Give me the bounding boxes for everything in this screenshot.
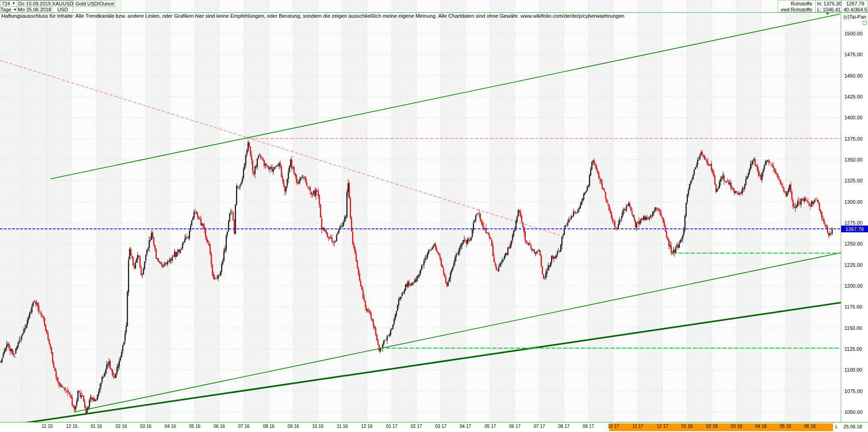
chevron-down-icon: ▼: [13, 8, 17, 12]
currency-cell: USD: [52, 6, 73, 12]
month-band: [0, 0, 47, 422]
price-axis-tick: 1225.00: [844, 262, 863, 268]
date-axis-tick: 01 16: [90, 424, 102, 429]
disclaimer-text: Haftungsausschluss für Inhalte: Alle Tre…: [1, 13, 625, 19]
date-axis-tick: 05 18: [779, 424, 791, 429]
month-band: [72, 0, 96, 422]
date-axis-tick: 02 18: [706, 424, 717, 429]
legend-toggle-icon[interactable]: [863, 21, 867, 25]
symbol-cell: XAUUSD: [52, 0, 73, 6]
date-axis-tick: 11 16: [337, 424, 348, 429]
month-band: [146, 0, 170, 422]
month-band: [662, 0, 687, 422]
bars-count-dropdown[interactable]: 724▼: [0, 0, 17, 6]
session-low-marker: L: [835, 424, 838, 429]
month-band: [219, 0, 244, 422]
month-band: [96, 0, 121, 422]
date-from-value: Do 10.09.2015: [18, 1, 51, 6]
date-axis-tick: 02 17: [410, 424, 422, 429]
price-axis-tick: 1450.00: [844, 73, 863, 79]
date-axis-tick: 06 17: [509, 424, 520, 429]
chart-settings-header: 724▼ Do 10.09.2015 XAUUSD Tage▼ Mo 25.06…: [0, 0, 73, 13]
month-band: [465, 0, 490, 422]
price-axis-tick: 1250.00: [844, 241, 863, 246]
date-axis-tick: 10 17: [607, 424, 619, 429]
date-axis-tick: 11 17: [632, 424, 643, 429]
date-axis-tick: 12 15: [66, 424, 77, 429]
price-axis-tick: 1125.00: [844, 346, 862, 352]
date-axis-tick: 09 17: [582, 424, 594, 429]
low-value: L: 1046.41: [817, 6, 841, 12]
symbol-value: XAUUSD: [52, 1, 73, 6]
price-axis-tick: 1175.00: [844, 304, 862, 309]
price-axis-tick: 1425.00: [844, 94, 863, 99]
price-axis-tick: 1200.00: [844, 283, 863, 289]
month-band: [588, 0, 613, 422]
price-axis-tick: 1075.00: [844, 388, 863, 394]
date-axis-tick: 04 16: [164, 424, 176, 429]
instrument-name-label: Gold USD/Ounce: [73, 0, 115, 7]
period-mode-value: Tage: [0, 7, 11, 12]
date-axis-tick: 07 16: [238, 424, 249, 429]
category-label: Rohstoffe: [791, 0, 812, 6]
price-axis-tick: 1050.00: [844, 409, 863, 415]
divider: [815, 0, 816, 13]
date-axis[interactable]: L 25.06.18 11 1512 1501 1602 1603 1604 1…: [0, 422, 868, 432]
month-band: [736, 0, 761, 422]
date-axis-tick: 05 17: [484, 424, 496, 429]
month-band: [810, 0, 841, 422]
provider-label: vwd Rohstoffe: [780, 6, 812, 12]
date-axis-tick: 01 17: [386, 424, 397, 429]
price-chart-canvas[interactable]: [0, 0, 868, 432]
last-price-badge: 1267.79: [841, 226, 868, 232]
month-band: [269, 0, 293, 422]
price-axis[interactable]: 1500.001475.001450.001425.001400.001375.…: [841, 12, 868, 422]
date-axis-tick: 03 17: [435, 424, 446, 429]
currency-value: USD: [57, 7, 68, 12]
bars-count-value: 724: [2, 1, 10, 6]
date-axis-tick: 06 16: [213, 424, 225, 429]
price-axis-tick: 1400.00: [844, 115, 863, 120]
price-axis-tick: 1275.00: [844, 220, 863, 226]
month-band: [761, 0, 785, 422]
month-band: [785, 0, 810, 422]
month-band: [367, 0, 392, 422]
price-axis-tick: 1100.00: [844, 367, 862, 373]
price-axis-tick: 1325.00: [844, 178, 863, 183]
date-axis-tick: 03 16: [140, 424, 151, 429]
month-band: [687, 0, 712, 422]
date-axis-tick: 03 18: [730, 424, 742, 429]
price-axis-tick: 1500.00: [844, 31, 863, 36]
month-band: [244, 0, 269, 422]
instrument-name: Gold USD/Ounce: [75, 1, 114, 6]
last-date-label: 25.06.18: [843, 424, 862, 429]
month-band: [195, 0, 219, 422]
date-axis-tick: 02 16: [115, 424, 127, 429]
period-mode-dropdown[interactable]: Tage▼: [0, 6, 17, 12]
date-axis-tick: 10 16: [312, 424, 323, 429]
month-band: [170, 0, 195, 422]
month-band: [712, 0, 736, 422]
date-axis-tick: 01 18: [681, 424, 692, 429]
date-to-cell: Mo 25.06.2018: [17, 6, 52, 12]
price-axis-tick: 1300.00: [844, 199, 863, 205]
month-band: [121, 0, 146, 422]
price-axis-tick: 1150.00: [844, 325, 862, 331]
date-axis-tick: 08 17: [558, 424, 569, 429]
date-axis-tick: 06 18: [804, 424, 815, 429]
last-price-value: 1267.79: [846, 0, 864, 6]
price-axis-tick: 1350.00: [844, 157, 863, 162]
date-axis-tick: 04 18: [755, 424, 766, 429]
chevron-down-icon: ▼: [12, 1, 15, 5]
price-axis-tick: 1375.00: [844, 136, 863, 142]
month-band: [416, 0, 441, 422]
date-axis-tick: 12 17: [656, 424, 668, 429]
date-axis-tick: 11 15: [42, 424, 53, 429]
date-axis-tick: 04 17: [459, 424, 471, 429]
month-band: [564, 0, 588, 422]
month-band: [539, 0, 564, 422]
price-axis-tick: 1475.00: [844, 52, 863, 57]
header-divider: [0, 12, 868, 13]
chart-application-window: 724▼ Do 10.09.2015 XAUUSD Tage▼ Mo 25.06…: [0, 0, 868, 432]
month-band: [293, 0, 318, 422]
